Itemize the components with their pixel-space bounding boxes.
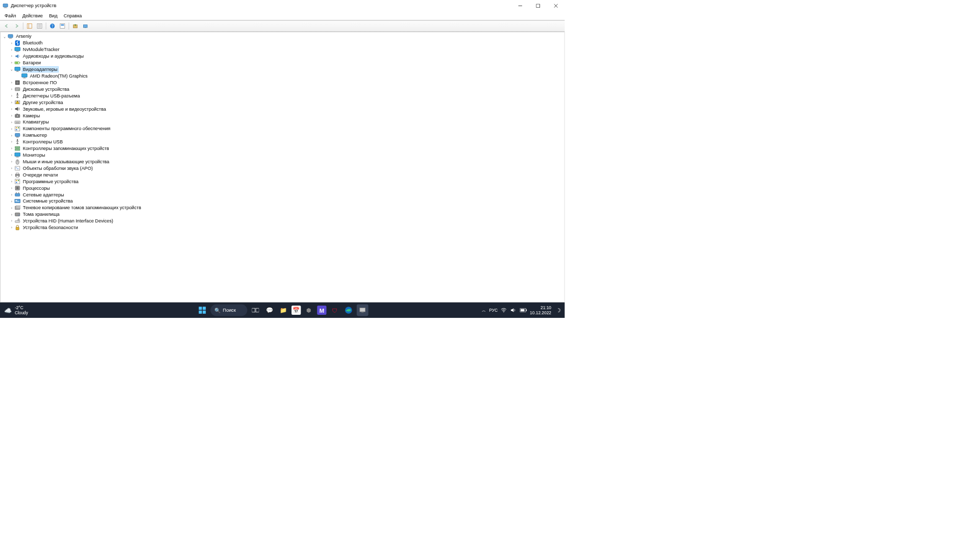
expand-toggle[interactable]: › — [9, 87, 14, 91]
tree-category-23[interactable]: ›Системные устройства — [2, 198, 565, 205]
help-button[interactable]: ? — [47, 22, 57, 31]
expand-toggle[interactable]: › — [9, 160, 14, 164]
expand-toggle[interactable]: › — [9, 212, 14, 216]
taskbar-weather[interactable]: ☁️ -2°C Cloudy — [0, 306, 28, 315]
expand-toggle[interactable]: › — [9, 180, 14, 184]
app-button-1[interactable]: ⬢ — [303, 305, 315, 316]
expand-toggle[interactable]: › — [9, 61, 14, 65]
maximize-button[interactable] — [529, 0, 547, 12]
tree-device-4-0[interactable]: AMD Radeon(TM) Graphics — [2, 72, 565, 79]
tree-category-11[interactable]: ›Клавиатуры — [2, 119, 565, 126]
tree-category-5[interactable]: ›Встроенное ПО — [2, 79, 565, 86]
expand-toggle[interactable]: › — [9, 81, 14, 85]
language-indicator[interactable]: РУС — [489, 308, 498, 312]
expand-toggle[interactable]: ⌄ — [2, 34, 8, 38]
expand-toggle[interactable]: › — [9, 127, 14, 131]
expand-toggle[interactable]: › — [9, 94, 14, 98]
menu-file[interactable]: Файл — [2, 12, 19, 19]
tree-category-4[interactable]: ⌄Видеоадаптеры — [2, 66, 565, 72]
tree-category-8[interactable]: ›!Другие устройства — [2, 99, 565, 106]
edge-button[interactable] — [342, 305, 354, 316]
tree-category-21[interactable]: ›Процессоры — [2, 185, 565, 191]
expand-toggle[interactable]: › — [9, 166, 14, 170]
expand-toggle[interactable]: › — [9, 113, 14, 117]
tree-category-14[interactable]: ›Контроллеры USB — [2, 138, 565, 145]
taskbar-clock[interactable]: 21:10 10.12.2022 — [530, 306, 551, 315]
tree-category-19[interactable]: ›Очереди печати — [2, 171, 565, 178]
system-tray[interactable] — [501, 308, 527, 312]
tree-category-12[interactable]: ›Компоненты программного обеспечения — [2, 125, 565, 132]
tree-category-9[interactable]: ›Звуковые, игровые и видеоустройства — [2, 106, 565, 112]
tree-category-26[interactable]: ›Устройства HID (Human Interface Devices… — [2, 217, 565, 224]
task-view-button[interactable] — [250, 305, 261, 316]
menu-view[interactable]: Вид — [46, 12, 61, 19]
action-button[interactable] — [58, 22, 67, 31]
taskbar: ☁️ -2°C Cloudy 🔍 Поиск 💬 📁 📅 ⬢ M 🛡 — [0, 303, 565, 318]
expand-toggle[interactable]: › — [9, 120, 14, 124]
expand-toggle[interactable]: › — [9, 206, 14, 210]
file-explorer-button[interactable]: 📁 — [278, 305, 289, 316]
tree-category-24[interactable]: ›Теневое копирование томов запоминающих … — [2, 205, 565, 211]
properties-button[interactable] — [35, 22, 44, 31]
app-button-2[interactable]: M — [317, 306, 326, 315]
expand-toggle[interactable]: › — [9, 186, 14, 190]
tree-category-7[interactable]: ›Диспетчеры USB-разъема — [2, 92, 565, 99]
device-manager-taskbar-button[interactable] — [357, 305, 369, 316]
tree-category-20[interactable]: ›Программные устройства — [2, 178, 565, 185]
menu-action[interactable]: Действие — [19, 12, 46, 19]
expand-toggle[interactable]: › — [9, 146, 14, 151]
tree-item-label: Батареи — [22, 60, 41, 65]
expand-toggle[interactable]: › — [9, 199, 14, 203]
minimize-button[interactable] — [511, 0, 529, 12]
tree-root[interactable]: ⌄Arseniy — [2, 33, 565, 40]
expand-toggle[interactable]: › — [9, 107, 14, 111]
close-button[interactable] — [547, 0, 565, 12]
calendar-button[interactable]: 📅 — [291, 306, 301, 315]
show-hide-console-tree-button[interactable] — [25, 22, 34, 31]
tree-category-16[interactable]: ›Мониторы — [2, 152, 565, 158]
forward-button[interactable] — [12, 22, 21, 31]
warn-icon: ! — [14, 99, 20, 105]
battery-icon — [520, 308, 527, 312]
expand-toggle[interactable]: ⌄ — [9, 67, 14, 71]
device-tree-pane[interactable]: ⌄Arseniy›Bluetooth›NvModuleTracker›Аудио… — [0, 32, 565, 302]
tree-category-6[interactable]: ›Дисковые устройства — [2, 86, 565, 92]
expand-toggle[interactable]: › — [9, 140, 14, 144]
app-icon — [3, 3, 9, 9]
svg-rect-33 — [22, 73, 28, 77]
tree-category-25[interactable]: ›Тома хранилища — [2, 211, 565, 217]
scan-hardware-button[interactable] — [81, 22, 90, 31]
tray-chevron-icon[interactable]: ︿ — [482, 307, 486, 313]
tree-category-1[interactable]: ›NvModuleTracker — [2, 46, 565, 53]
tree-item-label: Видеоадаптеры — [22, 66, 58, 72]
tree-category-2[interactable]: ›Аудиовходы и аудиовыходы — [2, 53, 565, 59]
svg-rect-95 — [252, 308, 255, 312]
expand-toggle[interactable]: › — [9, 54, 14, 58]
tree-category-22[interactable]: ›Сетевые адаптеры — [2, 191, 565, 198]
tree-category-15[interactable]: ›Контроллеры запоминающих устройств — [2, 145, 565, 152]
expand-toggle[interactable]: › — [9, 173, 14, 177]
tree-category-13[interactable]: ›Компьютер — [2, 132, 565, 138]
expand-toggle[interactable]: › — [9, 153, 14, 157]
expand-toggle[interactable]: › — [9, 41, 14, 45]
update-driver-button[interactable] — [70, 22, 80, 31]
expand-toggle[interactable]: › — [9, 100, 14, 104]
chat-button[interactable]: 💬 — [263, 305, 275, 316]
tree-category-10[interactable]: ›Камеры — [2, 112, 565, 119]
tree-category-17[interactable]: ›Мыши и иные указывающие устройства — [2, 158, 565, 165]
expand-toggle[interactable]: › — [9, 192, 14, 196]
tree-category-3[interactable]: ›Батареи — [2, 59, 565, 66]
expand-toggle[interactable]: › — [9, 47, 14, 52]
menu-help[interactable]: Справка — [61, 12, 85, 19]
tree-category-27[interactable]: ›Устройства безопасности — [2, 224, 565, 231]
start-button[interactable] — [197, 305, 208, 316]
taskbar-search[interactable]: 🔍 Поиск — [210, 305, 247, 316]
notification-button[interactable]: ☽ — [554, 307, 562, 313]
back-button[interactable] — [2, 22, 11, 31]
mcafee-button[interactable]: 🛡 — [329, 305, 340, 316]
expand-toggle[interactable]: › — [9, 133, 14, 137]
expand-toggle[interactable]: › — [9, 226, 14, 230]
tree-category-0[interactable]: ›Bluetooth — [2, 40, 565, 46]
tree-category-18[interactable]: ›Объекты обработки звука (APO) — [2, 165, 565, 171]
expand-toggle[interactable]: › — [9, 219, 14, 223]
